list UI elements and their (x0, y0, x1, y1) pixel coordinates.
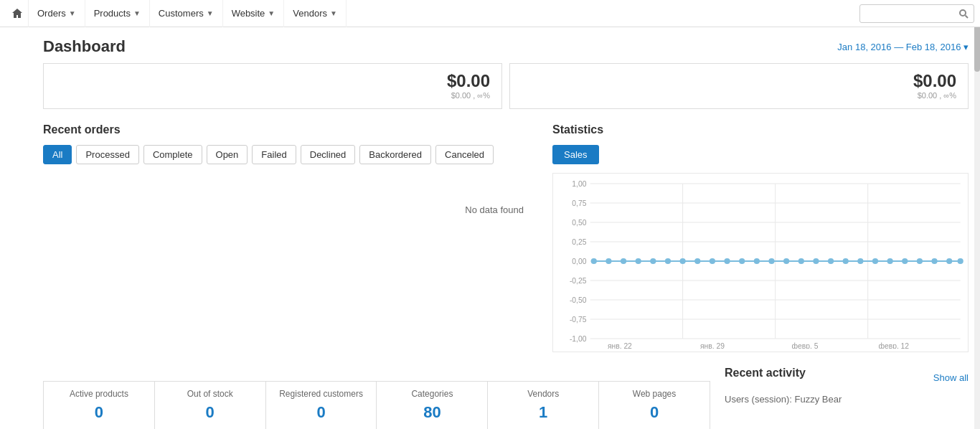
svg-text:0,75: 0,75 (572, 199, 586, 207)
search-icon[interactable] (953, 9, 974, 19)
svg-text:1,00: 1,00 (572, 180, 586, 188)
svg-point-41 (798, 258, 804, 264)
nav-products[interactable]: Products ▼ (85, 0, 150, 27)
svg-text:0,00: 0,00 (572, 258, 586, 265)
svg-point-31 (650, 258, 656, 264)
filter-btn-open[interactable]: Open (207, 145, 248, 164)
svg-point-27 (591, 258, 597, 264)
statistics-section: Statistics Sales (552, 123, 969, 352)
nav-website[interactable]: Website ▼ (223, 0, 285, 27)
filter-btn-complete[interactable]: Complete (143, 145, 202, 164)
two-column-layout: Recent orders AllProcessedCompleteOpenFa… (43, 123, 969, 352)
svg-point-37 (739, 258, 745, 264)
svg-point-42 (813, 258, 819, 264)
svg-text:0,50: 0,50 (572, 219, 586, 227)
svg-point-46 (872, 258, 878, 264)
recent-orders-section: Recent orders AllProcessedCompleteOpenFa… (43, 123, 538, 352)
svg-point-34 (694, 258, 700, 264)
svg-point-50 (931, 258, 937, 264)
stat-cell-4: Vendors 1 (488, 382, 599, 429)
top-card-value-0: $0.00 (55, 71, 490, 91)
no-data-message: No data found (43, 176, 538, 244)
filter-btn-backordered[interactable]: Backordered (359, 145, 431, 164)
stat-label-5: Web pages (605, 389, 704, 399)
svg-text:-1,00: -1,00 (570, 335, 587, 343)
svg-line-1 (966, 15, 969, 18)
stat-label-2: Registered customers (272, 389, 371, 399)
stat-cell-3: Categories 80 (377, 382, 488, 429)
stat-value-2: 0 (272, 403, 371, 422)
svg-point-28 (606, 258, 611, 264)
svg-point-47 (887, 258, 892, 264)
svg-text:февр. 12: февр. 12 (878, 342, 909, 349)
scrollbar[interactable] (974, 0, 980, 429)
stat-label-3: Categories (382, 389, 481, 399)
show-all-link[interactable]: Show all (933, 372, 969, 383)
recent-orders-title: Recent orders (43, 123, 538, 136)
svg-point-33 (679, 258, 685, 264)
svg-point-52 (958, 258, 963, 264)
filter-btn-declined[interactable]: Declined (301, 145, 356, 164)
activity-header: Recent activity Show all (725, 367, 969, 388)
bottom-stats-section: Active products 0 Out of stock 0 Registe… (43, 367, 710, 429)
stat-value-0: 0 (50, 403, 149, 422)
svg-point-0 (960, 10, 966, 16)
stat-cell-1: Out of stock 0 (155, 382, 266, 429)
home-button[interactable] (6, 0, 29, 27)
date-range-picker[interactable]: Jan 18, 2016 — Feb 18, 2016 ▾ (837, 42, 969, 52)
stat-value-4: 1 (494, 403, 593, 422)
svg-point-43 (828, 258, 834, 264)
customers-chevron-icon: ▼ (207, 9, 214, 17)
order-filter-buttons: AllProcessedCompleteOpenFailedDeclinedBa… (43, 145, 538, 164)
stat-cell-2: Registered customers 0 (266, 382, 377, 429)
orders-chevron-icon: ▼ (69, 9, 76, 17)
top-navigation: Orders ▼ Products ▼ Customers ▼ Website … (0, 0, 980, 27)
filter-btn-failed[interactable]: Failed (252, 145, 296, 164)
svg-point-32 (665, 258, 671, 264)
website-chevron-icon: ▼ (268, 9, 275, 17)
svg-point-36 (724, 258, 730, 264)
svg-point-39 (768, 258, 774, 264)
svg-text:янв. 22: янв. 22 (608, 342, 632, 349)
vendors-chevron-icon: ▼ (330, 9, 337, 17)
svg-point-51 (946, 258, 952, 264)
svg-point-38 (754, 258, 760, 264)
svg-text:-0,75: -0,75 (570, 316, 587, 324)
svg-text:-0,50: -0,50 (570, 296, 587, 304)
svg-point-44 (843, 258, 849, 264)
products-chevron-icon: ▼ (133, 9, 141, 17)
recent-activity-section: Recent activity Show all Users (session)… (725, 367, 969, 405)
nav-customers[interactable]: Customers ▼ (150, 0, 223, 27)
svg-point-30 (636, 258, 641, 264)
page-title: Dashboard (43, 37, 126, 56)
chart-svg: 1,00 0,75 0,50 0,25 0,00 -0,25 -0,50 -0,… (553, 176, 968, 349)
stat-cell-5: Web pages 0 (599, 382, 710, 429)
main-content: Dashboard Jan 18, 2016 — Feb 18, 2016 ▾ … (0, 27, 980, 429)
stat-cell-0: Active products 0 (44, 382, 155, 429)
statistics-title: Statistics (552, 123, 969, 136)
nav-orders[interactable]: Orders ▼ (29, 0, 85, 27)
svg-point-49 (917, 258, 923, 264)
top-card-0: $0.00 $0.00 , ∞% (43, 63, 502, 109)
stat-label-1: Out of stock (161, 389, 260, 399)
stat-value-3: 80 (382, 403, 481, 422)
stat-value-5: 0 (605, 403, 704, 422)
top-card-sub-1: $0.00 , ∞% (522, 91, 956, 100)
sales-chart: 1,00 0,75 0,50 0,25 0,00 -0,25 -0,50 -0,… (552, 173, 969, 352)
svg-text:-0,25: -0,25 (570, 277, 587, 285)
sales-button[interactable]: Sales (552, 145, 599, 164)
svg-point-29 (621, 258, 626, 264)
filter-btn-processed[interactable]: Processed (76, 145, 138, 164)
svg-point-35 (710, 258, 715, 264)
svg-point-40 (783, 258, 789, 264)
stat-value-1: 0 (161, 403, 260, 422)
stat-label-0: Active products (50, 389, 149, 399)
activity-item-0: Users (session): Fuzzy Bear (725, 394, 969, 405)
activity-title: Recent activity (725, 367, 806, 380)
search-input[interactable] (860, 9, 953, 19)
nav-vendors[interactable]: Vendors ▼ (284, 0, 347, 27)
filter-btn-all[interactable]: All (43, 145, 72, 164)
filter-btn-canceled[interactable]: Canceled (435, 145, 494, 164)
dashboard-header: Dashboard Jan 18, 2016 — Feb 18, 2016 ▾ (43, 27, 969, 63)
svg-point-45 (857, 258, 863, 264)
